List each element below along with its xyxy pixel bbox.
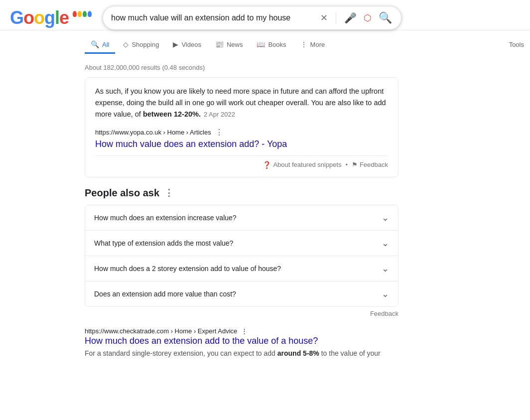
result-more-dots[interactable]: ⋮ [241,327,248,335]
feedback-flag-icon: ⚑ [352,161,358,168]
search-bar: ✕ 🎤 ⬡ 🔍 [103,6,401,30]
light-yellow [78,11,82,17]
search-submit-button[interactable]: 🔍 [378,10,393,25]
snippet-text: As such, if you know you are likely to n… [95,86,388,121]
nav-tabs: 🔍 All ◇ Shopping ▶ Videos 📰 News 📖 Books… [0,32,530,54]
microphone-button[interactable]: 🎤 [343,11,358,25]
google-logo[interactable]: Google [10,9,88,27]
snippet-feedback-link[interactable]: ⚑ Feedback [352,161,388,168]
paa-question-4[interactable]: Does an extension add more value than co… [85,281,398,306]
result-title: How much does an extension add to the va… [85,336,398,346]
snippet-footer: ❓ About featured snippets • ⚑ Feedback [95,155,388,169]
tab-videos[interactable]: ▶ Videos [167,36,207,54]
lens-button[interactable]: ⬡ [363,11,373,24]
tab-news[interactable]: 📰 News [209,36,249,54]
result-title-link[interactable]: How much does an extension add to the va… [85,336,318,346]
footer-dot: • [346,161,348,168]
search-input[interactable] [111,13,315,22]
tab-more[interactable]: ⋮ More [294,36,331,54]
paa-question-3[interactable]: How much does a 2 storey extension add t… [85,256,398,281]
all-icon: 🔍 [91,40,99,48]
videos-icon: ▶ [173,40,178,48]
search-icons: ✕ 🎤 ⬡ 🔍 [319,10,393,25]
microphone-icon: 🎤 [344,12,357,24]
tab-all[interactable]: 🔍 All [85,36,115,54]
paa-feedback-button[interactable]: Feedback [370,310,398,317]
paa-questions-list: How much does an extension increase valu… [85,205,398,307]
shopping-icon: ◇ [123,40,129,48]
icon-divider [336,12,336,24]
camera-icon: ⬡ [364,12,372,23]
clear-button[interactable]: ✕ [319,11,329,24]
question-circle-icon: ❓ [263,161,271,169]
page-header: Google ✕ 🎤 ⬡ 🔍 [0,0,530,30]
featured-snippet: As such, if you know you are likely to n… [85,77,398,177]
snippet-title-link[interactable]: How much value does an extension add? - … [95,139,287,149]
books-icon: 📖 [257,40,265,48]
light-blue [88,11,92,17]
paa-question-1[interactable]: How much does an extension increase valu… [85,205,398,231]
chevron-down-icon: ⌄ [382,288,389,299]
about-featured-snippets-link[interactable]: ❓ About featured snippets [263,161,341,169]
chevron-down-icon: ⌄ [382,263,389,274]
search-bar-container: ✕ 🎤 ⬡ 🔍 [103,6,401,30]
result-description: For a standard single-storey extension, … [85,348,398,359]
x-icon: ✕ [320,12,328,23]
more-icon: ⋮ [300,40,307,48]
result-url: https://www.checkatrade.com › Home › Exp… [85,327,398,335]
tools-button[interactable]: Tools [503,37,530,54]
results-count: About 182,000,000 results (0.48 seconds) [85,60,398,77]
paa-question-2[interactable]: What type of extension adds the most val… [85,231,398,256]
logo-text: Google [10,9,69,27]
snippet-title: How much value does an extension add? - … [95,139,388,149]
paa-header: People also ask ⋮ [85,187,398,199]
people-also-ask-section: People also ask ⋮ How much does an exten… [85,187,398,317]
second-search-result: https://www.checkatrade.com › Home › Exp… [85,327,398,359]
tab-shopping[interactable]: ◇ Shopping [117,36,165,54]
light-red [73,11,77,17]
search-icon: 🔍 [379,11,392,24]
tab-books[interactable]: 📖 Books [251,36,292,54]
search-results: About 182,000,000 results (0.48 seconds)… [0,54,398,359]
snippet-source: https://www.yopa.co.uk › Home › Articles… [95,128,388,137]
snippet-more-dots[interactable]: ⋮ [215,128,223,137]
paa-more-dots[interactable]: ⋮ [164,187,173,198]
news-icon: 📰 [215,40,224,48]
logo-lights [73,11,92,17]
chevron-down-icon: ⌄ [382,238,389,249]
paa-footer: Feedback [85,310,398,317]
chevron-down-icon: ⌄ [382,212,389,223]
light-green [83,11,87,17]
